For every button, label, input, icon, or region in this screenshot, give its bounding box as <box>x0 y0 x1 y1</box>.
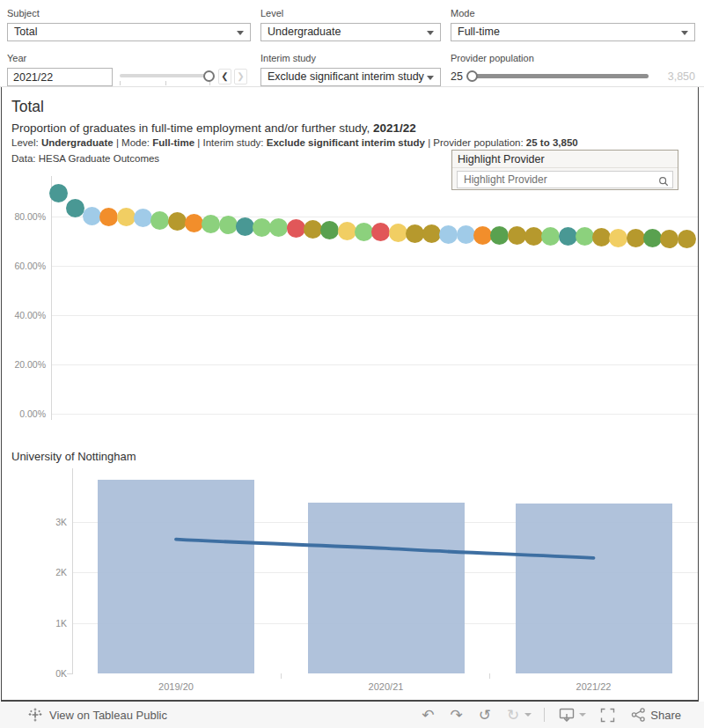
filter-interim-study-dropdown[interactable]: Exclude significant interim study <box>260 68 441 86</box>
redo-button[interactable]: ↷ <box>451 708 463 723</box>
year-slider-tick <box>120 81 121 85</box>
provider-dot-12[interactable] <box>236 217 254 236</box>
undo-button[interactable]: ↶ <box>422 708 434 723</box>
filter-interim-study: Interim study Exclude significant interi… <box>260 52 441 86</box>
revert-icon: ↺ <box>479 708 491 723</box>
filter-subject-label: Subject <box>7 7 251 19</box>
provider-population-slider-handle[interactable] <box>466 70 478 82</box>
provider-population-slider-track[interactable] <box>468 74 649 78</box>
provider-dot-23[interactable] <box>422 224 441 243</box>
provider-dot-33[interactable] <box>592 228 611 246</box>
provider-dot-36[interactable] <box>643 229 662 247</box>
filter-summary-segment: 25 to 3,850 <box>526 137 578 148</box>
filter-summary-segment: Full-time <box>152 137 194 148</box>
year-input[interactable] <box>7 68 113 86</box>
download-icon <box>559 708 575 723</box>
provider-dot-9[interactable] <box>185 214 203 232</box>
undo-icon: ↶ <box>422 708 434 723</box>
fullscreen-icon <box>600 708 615 723</box>
trend-line[interactable] <box>176 540 594 558</box>
scatter-ytick-label: 20.00% <box>5 359 46 370</box>
year-next-button[interactable]: ❯ <box>234 69 247 85</box>
data-source: Data: HESA Graduate Outcomes <box>11 153 159 164</box>
scatter-ytick-label: 80.00% <box>5 211 46 222</box>
provider-dot-21[interactable] <box>389 224 407 242</box>
bar-xcat-label: 2020/21 <box>342 681 430 692</box>
provider-dot-4[interactable] <box>99 208 118 226</box>
provider-dot-28[interactable] <box>508 226 526 245</box>
download-button[interactable] <box>559 708 575 723</box>
provider-dot-6[interactable] <box>134 209 152 227</box>
scatter-gridline <box>51 364 698 365</box>
providers-scatter-chart: 80.00%60.00%40.00%20.00%0.00% <box>2 176 699 424</box>
provider-dot-17[interactable] <box>320 221 339 239</box>
provider-dot-38[interactable] <box>678 230 696 248</box>
provider-dot-13[interactable] <box>253 218 271 237</box>
filter-interim-study-label: Interim study <box>260 52 441 64</box>
provider-dot-8[interactable] <box>168 212 187 231</box>
provider-population-max: 3,850 <box>658 70 695 83</box>
provider-dot-37[interactable] <box>660 230 678 248</box>
year-slider-tick <box>165 81 166 85</box>
chart-subtitle-text: Proportion of graduates in full-time emp… <box>11 121 373 135</box>
provider-dot-25[interactable] <box>457 225 475 244</box>
provider-dot-11[interactable] <box>219 216 238 234</box>
provider-dot-18[interactable] <box>338 222 356 240</box>
bar-xcat-label: 2021/22 <box>550 681 638 692</box>
filter-subject: Subject Total <box>7 7 251 41</box>
refresh-button[interactable]: ↻ <box>507 708 519 723</box>
year-prev-button[interactable]: ❮ <box>218 69 231 85</box>
provider-dot-19[interactable] <box>355 223 373 241</box>
provider-dot-16[interactable] <box>304 220 322 239</box>
provider-dot-34[interactable] <box>609 229 627 247</box>
filter-year-label: Year <box>7 52 253 64</box>
highlight-provider-title: Highlight Provider <box>452 151 678 168</box>
dashboard-area: Total Proportion of graduates in full-ti… <box>1 87 699 702</box>
filter-mode-dropdown[interactable]: Full-time <box>451 23 695 41</box>
share-button[interactable]: Share <box>631 708 681 722</box>
filter-summary-segment: | Mode: <box>114 137 153 148</box>
provider-dot-15[interactable] <box>287 219 305 238</box>
toolbar-separator <box>544 708 545 722</box>
provider-dot-22[interactable] <box>406 224 424 243</box>
provider-chart-title: University of Nottingham <box>11 450 136 463</box>
bar-xcat-label: 2019/20 <box>132 681 220 692</box>
provider-dot-24[interactable] <box>439 225 458 244</box>
provider-dot-30[interactable] <box>541 227 560 246</box>
provider-dot-5[interactable] <box>117 208 136 226</box>
year-slider-handle[interactable] <box>203 70 215 82</box>
filter-summary: Level: Undergraduate | Mode: Full-time |… <box>11 137 578 148</box>
provider-population-min: 25 <box>451 70 463 83</box>
scatter-gridline <box>51 414 698 415</box>
provider-dot-20[interactable] <box>371 223 390 241</box>
filter-summary-segment: | Interim study: <box>194 137 267 148</box>
view-on-tableau-public-link[interactable]: View on Tableau Public <box>28 702 167 728</box>
provider-dot-7[interactable] <box>150 211 169 230</box>
chevron-down-icon <box>427 76 434 80</box>
filter-level-dropdown[interactable]: Undergraduate <box>260 23 441 41</box>
provider-dot-14[interactable] <box>269 218 288 237</box>
year-slider-track[interactable] <box>120 74 213 77</box>
provider-dot-35[interactable] <box>627 229 645 247</box>
scatter-ytick-label: 40.00% <box>5 310 46 320</box>
revert-button[interactable]: ↺ <box>479 708 491 723</box>
provider-dot-1[interactable] <box>49 184 68 202</box>
filter-year: Year <box>7 52 253 86</box>
provider-dot-31[interactable] <box>559 227 577 246</box>
provider-dot-10[interactable] <box>202 215 220 233</box>
provider-dot-3[interactable] <box>83 207 101 225</box>
provider-dot-32[interactable] <box>576 227 594 246</box>
provider-dot-26[interactable] <box>473 226 492 245</box>
scatter-axis-tick <box>51 415 52 420</box>
provider-dot-2[interactable] <box>66 199 84 217</box>
refresh-menu-caret-icon[interactable] <box>524 713 532 717</box>
filter-summary-segment: Level: <box>11 137 41 148</box>
chevron-down-icon <box>237 31 244 35</box>
provider-dot-29[interactable] <box>524 227 543 246</box>
download-menu-caret-icon[interactable] <box>579 713 586 717</box>
fullscreen-button[interactable] <box>600 708 615 723</box>
filter-subject-dropdown[interactable]: Total <box>7 23 251 41</box>
chart-subtitle: Proportion of graduates in full-time emp… <box>11 121 416 135</box>
provider-dot-27[interactable] <box>490 226 509 245</box>
refresh-icon: ↻ <box>507 708 519 723</box>
